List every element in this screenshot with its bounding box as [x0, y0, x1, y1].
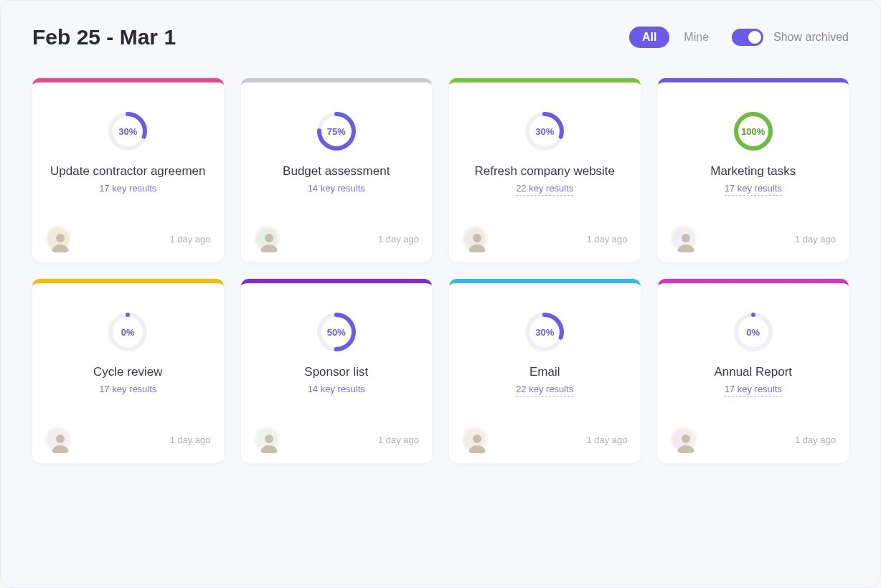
progress-percent: 30% — [524, 111, 565, 151]
progress-ring: 50% — [316, 312, 357, 352]
key-results-link[interactable]: 14 key results — [308, 384, 365, 394]
key-results-link[interactable]: 17 key results — [725, 183, 782, 196]
card-timestamp: 1 day ago — [795, 234, 836, 245]
progress-percent: 0% — [108, 312, 148, 352]
cards-grid: 30% Update contractor agreemen 17 key re… — [32, 78, 849, 463]
progress-percent: 100% — [733, 111, 773, 151]
goal-card[interactable]: 30% Email 22 key results 1 day ago — [449, 279, 641, 463]
card-title: Email — [529, 365, 560, 379]
page-header: Feb 25 - Mar 1 All Mine Show archived — [32, 25, 849, 49]
date-range-title: Feb 25 - Mar 1 — [32, 25, 176, 49]
goal-card[interactable]: 0% Cycle review 17 key results 1 day ago — [32, 279, 224, 463]
key-results-link[interactable]: 22 key results — [516, 384, 573, 397]
filter-group: All Mine — [629, 27, 709, 48]
progress-ring: 30% — [524, 312, 565, 352]
card-title: Update contractor agreemen — [50, 164, 205, 179]
svg-point-8 — [473, 234, 481, 242]
svg-point-20 — [473, 435, 481, 443]
card-title: Cycle review — [93, 365, 162, 379]
card-timestamp: 1 day ago — [378, 234, 419, 245]
progress-ring: 100% — [733, 111, 773, 151]
progress-ring: 0% — [108, 312, 148, 352]
svg-point-14 — [56, 435, 65, 443]
show-archived-toggle[interactable] — [732, 29, 763, 46]
owner-avatar[interactable] — [254, 226, 280, 252]
progress-percent: 0% — [733, 312, 773, 352]
card-footer: 1 day ago — [671, 226, 837, 252]
card-footer: 1 day ago — [45, 226, 211, 252]
card-title: Annual Report — [714, 365, 792, 379]
owner-avatar[interactable] — [45, 427, 71, 452]
filter-all-button[interactable]: All — [629, 27, 669, 48]
owner-avatar[interactable] — [462, 427, 488, 452]
card-footer: 1 day ago — [462, 226, 628, 252]
goal-card[interactable]: 50% Sponsor list 14 key results 1 day ag… — [241, 279, 433, 463]
card-footer: 1 day ago — [45, 427, 211, 452]
progress-ring: 30% — [108, 111, 148, 151]
card-title: Budget assessment — [283, 164, 390, 179]
header-controls: All Mine Show archived — [629, 27, 849, 48]
owner-avatar[interactable] — [254, 427, 280, 452]
svg-point-17 — [265, 435, 273, 443]
key-results-link[interactable]: 14 key results — [308, 183, 365, 194]
card-footer: 1 day ago — [462, 427, 628, 452]
card-timestamp: 1 day ago — [378, 435, 419, 445]
card-title: Refresh company website — [474, 164, 615, 179]
key-results-link[interactable]: 17 key results — [99, 384, 156, 394]
owner-avatar[interactable] — [462, 226, 488, 252]
progress-percent: 30% — [524, 312, 565, 352]
card-footer: 1 day ago — [254, 226, 420, 252]
card-title: Marketing tasks — [710, 164, 796, 179]
progress-ring: 30% — [524, 111, 565, 151]
goal-card[interactable]: 30% Refresh company website 22 key resul… — [449, 78, 641, 262]
card-title: Sponsor list — [304, 365, 368, 379]
show-archived-label: Show archived — [773, 31, 849, 44]
goal-card[interactable]: 100% Marketing tasks 17 key results 1 da… — [658, 78, 849, 262]
progress-percent: 75% — [316, 111, 357, 151]
card-timestamp: 1 day ago — [586, 234, 627, 245]
goal-card[interactable]: 30% Update contractor agreemen 17 key re… — [32, 78, 224, 262]
owner-avatar[interactable] — [45, 226, 71, 252]
progress-percent: 30% — [108, 111, 148, 151]
owner-avatar[interactable] — [671, 226, 697, 252]
progress-percent: 50% — [316, 312, 357, 352]
card-timestamp: 1 day ago — [795, 435, 836, 445]
progress-ring: 0% — [733, 312, 773, 352]
svg-point-5 — [265, 234, 273, 242]
owner-avatar[interactable] — [671, 427, 697, 452]
filter-mine-button[interactable]: Mine — [684, 31, 709, 44]
card-footer: 1 day ago — [671, 427, 837, 452]
progress-ring: 75% — [316, 111, 357, 151]
goal-card[interactable]: 0% Annual Report 17 key results 1 day ag… — [658, 279, 849, 463]
card-timestamp: 1 day ago — [586, 435, 627, 445]
card-timestamp: 1 day ago — [169, 435, 210, 445]
key-results-link[interactable]: 17 key results — [99, 183, 156, 194]
archived-toggle-group: Show archived — [732, 29, 849, 46]
goal-card[interactable]: 75% Budget assessment 14 key results 1 d… — [241, 78, 433, 262]
card-timestamp: 1 day ago — [169, 234, 210, 245]
card-footer: 1 day ago — [254, 427, 420, 452]
svg-point-11 — [682, 234, 690, 242]
svg-point-2 — [56, 234, 65, 242]
key-results-link[interactable]: 17 key results — [725, 384, 782, 397]
svg-point-23 — [682, 435, 690, 443]
key-results-link[interactable]: 22 key results — [516, 183, 573, 196]
